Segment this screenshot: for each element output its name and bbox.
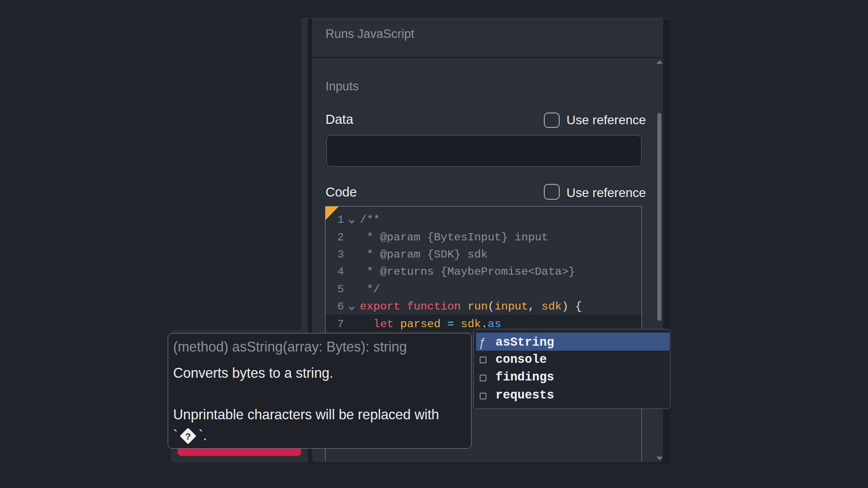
svg-text:?: ? <box>185 431 191 441</box>
